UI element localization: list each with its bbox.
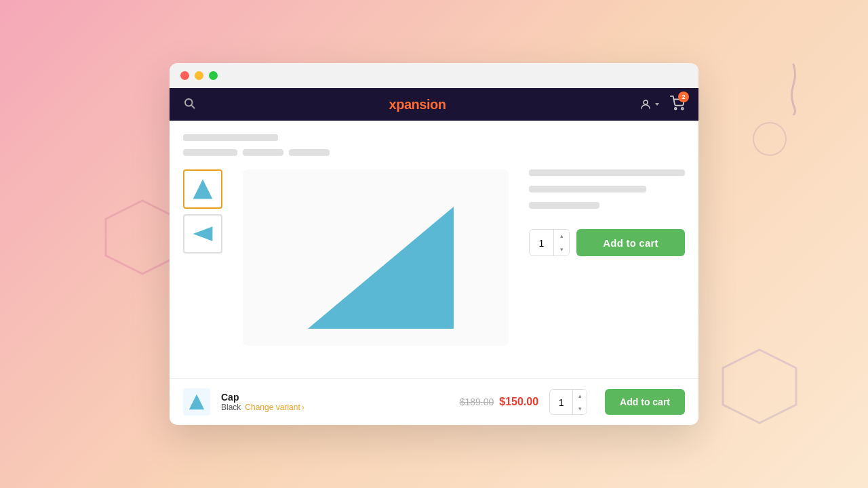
sticky-variant-row: Black Change variant › <box>221 403 449 412</box>
sticky-product-thumbnail <box>183 388 210 415</box>
add-to-cart-button[interactable]: Add to cart <box>576 229 685 256</box>
thumbnail-2[interactable] <box>183 214 222 253</box>
sticky-quantity-value: 1 <box>550 390 573 414</box>
traffic-light-maximize[interactable] <box>209 71 218 80</box>
sub-breadcrumb <box>183 149 685 156</box>
product-title-skeleton <box>529 169 685 176</box>
account-chevron-icon <box>654 101 660 108</box>
browser-window: xpansion 2 <box>170 63 698 425</box>
product-info-panel: 1 ▴ ▾ Add to cart <box>529 169 685 346</box>
sticky-prices: $189.00 $150.00 <box>460 396 538 408</box>
bg-hex-right <box>719 346 800 427</box>
svg-marker-8 <box>193 180 213 199</box>
sticky-quantity-up-button[interactable]: ▴ <box>573 389 587 402</box>
main-content: 1 ▴ ▾ Add to cart <box>170 121 698 378</box>
breadcrumb <box>183 134 685 141</box>
breadcrumb-skeleton-4 <box>289 149 330 156</box>
sticky-product-name: Cap <box>221 392 449 403</box>
cart-button[interactable]: 2 <box>670 96 685 113</box>
breadcrumb-skeleton-1 <box>183 134 278 141</box>
svg-marker-5 <box>655 103 659 106</box>
svg-point-4 <box>644 100 648 104</box>
svg-marker-11 <box>189 394 204 409</box>
svg-point-7 <box>682 108 684 110</box>
logo-x: x <box>389 97 397 112</box>
change-variant-label: Change variant <box>245 403 300 412</box>
purchase-row: 1 ▴ ▾ Add to cart <box>529 229 685 256</box>
breadcrumb-skeleton-3 <box>243 149 283 156</box>
change-variant-chevron: › <box>302 403 304 412</box>
sticky-sale-price: $150.00 <box>499 396 538 408</box>
traffic-light-close[interactable] <box>180 71 189 80</box>
sticky-product-info: Cap Black Change variant › <box>221 392 449 412</box>
navbar-right: 2 <box>639 96 685 113</box>
svg-marker-1 <box>723 350 796 423</box>
main-product-image <box>243 169 509 346</box>
sticky-bar: Cap Black Change variant › $189.00 $150.… <box>170 378 698 425</box>
search-button[interactable] <box>183 97 195 112</box>
sticky-quantity-control[interactable]: 1 ▴ ▾ <box>549 389 587 415</box>
quantity-arrows: ▴ ▾ <box>554 229 569 256</box>
svg-line-3 <box>191 105 194 108</box>
thumbnail-list <box>183 169 222 346</box>
logo-pansion: pansion <box>396 97 446 112</box>
svg-marker-10 <box>308 207 454 329</box>
sticky-quantity-arrows: ▴ ▾ <box>573 389 587 415</box>
quantity-up-button[interactable]: ▴ <box>554 229 569 243</box>
product-price-skeleton <box>529 202 599 209</box>
quantity-value: 1 <box>530 230 554 256</box>
title-bar <box>170 63 698 88</box>
breadcrumb-skeleton-2 <box>183 149 237 156</box>
svg-point-6 <box>675 108 677 110</box>
svg-marker-9 <box>193 226 213 241</box>
account-button[interactable] <box>639 98 660 110</box>
sticky-original-price: $189.00 <box>460 396 494 407</box>
cart-badge: 2 <box>678 92 689 102</box>
change-variant-link[interactable]: Change variant › <box>245 403 304 412</box>
product-layout: 1 ▴ ▾ Add to cart <box>183 169 685 346</box>
thumbnail-1[interactable] <box>183 169 222 209</box>
navbar-logo: xpansion <box>389 97 446 113</box>
quantity-down-button[interactable]: ▾ <box>554 243 569 256</box>
sticky-quantity-down-button[interactable]: ▾ <box>573 402 587 415</box>
sticky-add-to-cart-button[interactable]: Add to cart <box>605 389 685 415</box>
product-subtitle-skeleton <box>529 186 646 192</box>
navbar: xpansion 2 <box>170 88 698 121</box>
bg-circle-decoration <box>753 122 787 156</box>
sticky-variant-color: Black <box>221 403 241 412</box>
quantity-control[interactable]: 1 ▴ ▾ <box>529 229 570 256</box>
traffic-light-minimize[interactable] <box>195 71 203 80</box>
svg-marker-0 <box>106 201 179 274</box>
product-svg <box>288 180 464 336</box>
bg-zigzag-decoration <box>773 61 814 121</box>
